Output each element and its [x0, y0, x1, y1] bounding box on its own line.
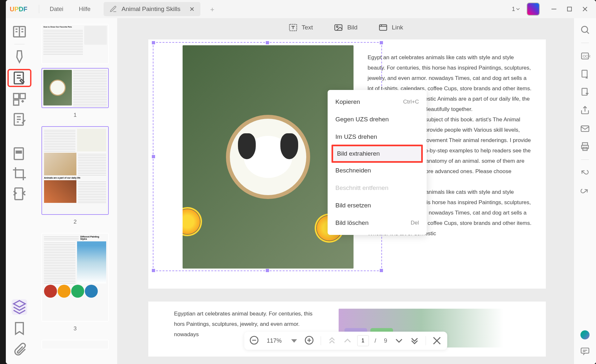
svg-rect-13	[379, 25, 387, 30]
resize-handle-bm[interactable]	[266, 269, 269, 272]
thumbnail-1[interactable]: How to Draw Our Favorite Pets	[41, 24, 109, 64]
svg-rect-20	[582, 88, 587, 95]
document-tab[interactable]: Animal Painting Skills	[104, 2, 201, 16]
context-rotate-cw[interactable]: Im UZS drehen	[328, 128, 427, 146]
thumb-2-heading: Animals are a part of our daily life	[44, 177, 106, 179]
context-crop-label: Beschneiden	[335, 167, 371, 174]
menu-help[interactable]: Hilfe	[71, 6, 98, 13]
prev-page-button[interactable]	[342, 335, 353, 347]
text-tool-button[interactable]: Text	[288, 23, 313, 32]
convert-button[interactable]	[580, 69, 590, 79]
right-tool-rail: OCR	[574, 18, 596, 364]
view-toolbar: 117% / 9	[244, 332, 447, 350]
svg-rect-19	[582, 70, 587, 77]
context-copy[interactable]: Kopieren Ctrl+C	[328, 93, 427, 111]
reader-mode-button[interactable]	[12, 24, 27, 39]
link-tool-button[interactable]: Link	[378, 23, 403, 32]
svg-rect-11	[335, 25, 342, 30]
app-logo: UPDF	[10, 6, 27, 13]
comments-button[interactable]	[580, 346, 590, 356]
context-rotate-ccw[interactable]: Gegen UZS drehen	[328, 111, 427, 128]
titlebar: UPDF Datei Hilfe Animal Painting Skills …	[6, 0, 596, 18]
image-icon	[334, 23, 343, 32]
next-page-button[interactable]	[393, 335, 405, 347]
zoom-level: 117%	[264, 337, 284, 344]
text-tool-label: Text	[302, 24, 313, 31]
context-remove-crop-label: Beschnitt entfernen	[335, 184, 388, 192]
context-copy-shortcut: Ctrl+C	[403, 99, 419, 105]
bookmark-button[interactable]	[12, 321, 27, 336]
save-button[interactable]	[580, 87, 590, 97]
thumbnail-label-2: 2	[36, 219, 114, 225]
ocr-button[interactable]: OCR	[580, 51, 590, 61]
link-icon	[378, 23, 388, 32]
redo-button[interactable]	[580, 186, 590, 196]
first-page-button[interactable]	[326, 335, 338, 347]
close-toolbar-button[interactable]	[431, 335, 443, 347]
context-replace-label: Bild ersetzen	[335, 202, 371, 209]
edit-icon	[109, 5, 117, 13]
left-tool-rail	[6, 18, 33, 364]
document-viewport[interactable]: Text Bild Link	[117, 18, 574, 364]
resize-handle-tl[interactable]	[152, 41, 155, 44]
page-number-input[interactable]	[357, 335, 369, 346]
close-button[interactable]	[582, 6, 588, 12]
svg-rect-7	[14, 148, 23, 160]
tab-add-icon[interactable]: +	[210, 6, 217, 13]
thumbnail-4[interactable]	[41, 340, 109, 349]
image-tool-button[interactable]: Bild	[334, 23, 358, 32]
thumbnail-1b[interactable]	[41, 68, 109, 108]
zoom-in-button[interactable]	[304, 335, 315, 347]
menu-file[interactable]: Datei	[42, 6, 71, 13]
user-avatar[interactable]	[527, 3, 540, 16]
resize-handle-bl[interactable]	[152, 269, 155, 272]
resize-handle-br[interactable]	[380, 269, 383, 272]
crop-tool-button[interactable]	[12, 166, 27, 182]
zoom-out-button[interactable]	[249, 335, 260, 347]
organize-pages-button[interactable]	[12, 92, 27, 107]
layers-button[interactable]	[12, 299, 27, 315]
undo-button[interactable]	[580, 168, 590, 178]
zoom-dropdown[interactable]	[288, 335, 300, 347]
tab-close-icon[interactable]	[189, 6, 195, 12]
context-replace-image[interactable]: Bild ersetzen	[328, 197, 427, 214]
share-button[interactable]	[580, 105, 590, 116]
attachment-button[interactable]	[12, 342, 27, 358]
svg-rect-5	[14, 100, 19, 105]
context-rotate-cw-label: Im UZS drehen	[335, 133, 377, 140]
svg-rect-0	[568, 7, 572, 11]
ai-assistant-button[interactable]	[580, 330, 590, 339]
search-button[interactable]	[580, 25, 590, 35]
text-icon	[288, 23, 298, 32]
thumbnail-label-3: 3	[36, 325, 114, 332]
tab-title: Animal Painting Skills	[122, 6, 181, 13]
svg-point-12	[336, 26, 338, 28]
svg-rect-21	[581, 126, 589, 131]
context-delete-image[interactable]: Bild löschen Del	[328, 214, 427, 232]
redact-tool-button[interactable]	[12, 146, 27, 161]
divider	[39, 5, 39, 13]
minimize-button[interactable]	[551, 6, 557, 12]
compress-button[interactable]	[12, 186, 27, 202]
window-count-dropdown[interactable]: 1	[512, 6, 521, 13]
print-button[interactable]	[580, 141, 590, 152]
thumb-3-heading: Different Painting Styles	[80, 236, 106, 240]
image-tool-label: Bild	[347, 24, 358, 31]
svg-rect-8	[16, 151, 21, 153]
context-crop[interactable]: Beschneiden	[328, 162, 427, 179]
thumbnail-2[interactable]: Animals are a part of our daily life	[41, 126, 109, 215]
last-page-button[interactable]	[409, 335, 420, 347]
thumbnail-3[interactable]: Different Painting Styles	[41, 233, 109, 322]
thumbnails-panel: How to Draw Our Favorite Pets 1 Animals …	[33, 18, 117, 364]
context-extract-image[interactable]: Bild extrahieren	[332, 145, 423, 163]
maximize-button[interactable]	[566, 6, 573, 12]
resize-handle-tr[interactable]	[380, 41, 383, 44]
highlight-tool-button[interactable]	[12, 49, 27, 64]
resize-handle-ml[interactable]	[152, 155, 155, 158]
form-tool-button[interactable]	[12, 112, 27, 127]
thumbnail-label-1: 1	[36, 112, 114, 118]
resize-handle-tm[interactable]	[266, 41, 269, 44]
svg-rect-25	[581, 348, 589, 353]
edit-pdf-button[interactable]	[7, 69, 31, 87]
email-button[interactable]	[580, 123, 590, 134]
